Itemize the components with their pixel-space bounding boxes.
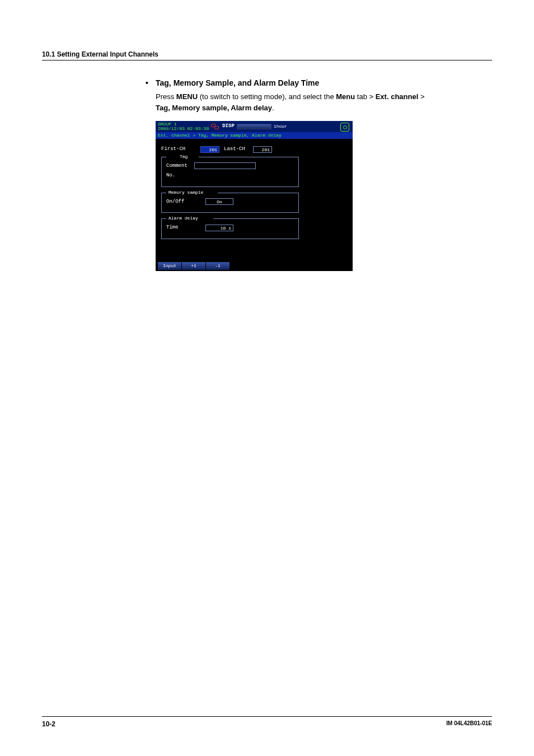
doc-id: IM 04L42B01-01E — [446, 720, 492, 728]
ss-disp-label: DISP — [222, 123, 235, 130]
softkey-input[interactable]: Input — [158, 262, 181, 270]
bullet-dot: • — [146, 77, 156, 89]
first-ch-label: First-CH — [161, 146, 200, 153]
record-icon — [340, 123, 349, 132]
memory-sample-group: Memory sample On/Off On — [161, 193, 299, 213]
ss-hour-label: 1hour — [274, 123, 287, 130]
alarm-delay-title: Alarm delay — [167, 215, 199, 222]
memory-sample-title: Memory sample — [167, 189, 204, 196]
time-field[interactable]: 10 s — [205, 225, 233, 231]
ss-body: First-CH 201 Last-CH 201 Tag Comment No. — [156, 139, 353, 261]
ss-group-info: GROUP 1 2008/12/03 02:03:30 — [158, 122, 209, 131]
time-label: Time — [166, 224, 205, 232]
instruction-paragraph: Press MENU (to switch to setting mode), … — [156, 91, 492, 113]
page-footer: 10-2 IM 04L42B01-01E — [42, 716, 492, 728]
link-icon — [211, 123, 219, 130]
ss-breadcrumb: Ext. channel > Tag, Memory sample, Alarm… — [156, 132, 353, 139]
device-screenshot: GROUP 1 2008/12/03 02:03:30 DISP 1hour E… — [156, 121, 353, 271]
page-number: 10-2 — [42, 720, 55, 728]
bullet-title: Tag, Memory Sample, and Alarm Delay Time — [156, 77, 319, 89]
onoff-label: On/Off — [166, 198, 205, 206]
content-block: • Tag, Memory Sample, and Alarm Delay Ti… — [146, 77, 492, 271]
comment-label: Comment — [166, 162, 194, 170]
onoff-field[interactable]: On — [205, 198, 233, 205]
ss-progress-bar — [237, 124, 271, 129]
no-label: No. — [166, 172, 194, 180]
softkey-plus1[interactable]: +1 — [182, 262, 205, 270]
ss-topbar: GROUP 1 2008/12/03 02:03:30 DISP 1hour — [156, 121, 353, 132]
softkey-bar: Input +1 -1 — [158, 262, 230, 270]
last-ch-label: Last-CH — [224, 146, 253, 153]
softkey-minus1[interactable]: -1 — [206, 262, 229, 270]
section-header: 10.1 Setting External Input Channels — [42, 50, 492, 60]
tag-group-title: Tag — [179, 153, 189, 160]
last-ch-field[interactable]: 201 — [253, 146, 272, 153]
first-ch-field[interactable]: 201 — [200, 146, 219, 153]
tag-group: Tag Comment No. — [161, 157, 299, 187]
comment-field[interactable] — [194, 162, 256, 169]
alarm-delay-group: Alarm delay Time 10 s — [161, 218, 299, 239]
